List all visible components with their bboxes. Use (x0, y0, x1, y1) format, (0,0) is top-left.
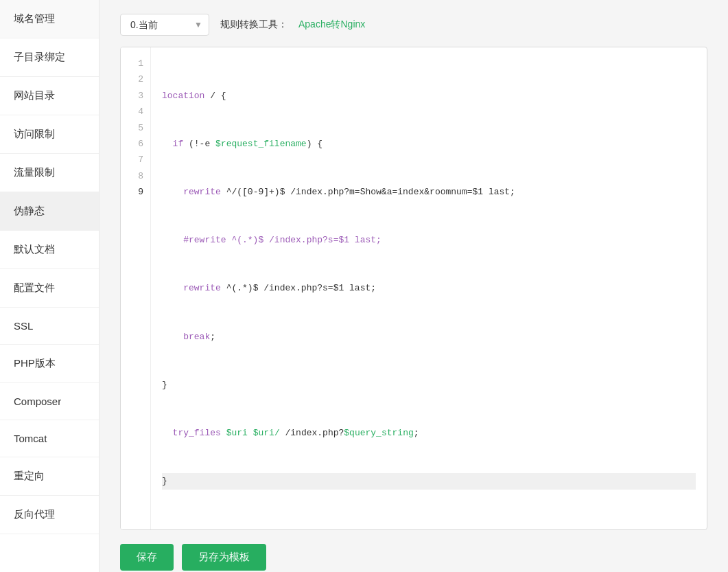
line-numbers: 1 2 3 4 5 6 7 8 9 (121, 47, 151, 529)
sidebar-item-redirect[interactable]: 重定向 (0, 457, 99, 496)
sidebar-item-config[interactable]: 配置文件 (0, 269, 99, 308)
rule-tool-label: 规则转换工具： (220, 19, 287, 31)
code-line-6: break; (162, 329, 696, 345)
sidebar-item-subdir[interactable]: 子目录绑定 (0, 38, 99, 77)
sidebar-item-default-doc[interactable]: 默认文档 (0, 231, 99, 269)
code-content: 1 2 3 4 5 6 7 8 9 location / { if (!-e $… (121, 47, 707, 529)
code-line-1: location / { (162, 88, 696, 104)
code-line-5: rewrite ^(.*)$ /index.php?s=$1 last; (162, 280, 696, 296)
line-num-3: 3 (121, 88, 150, 104)
sidebar-item-tomcat[interactable]: Tomcat (0, 420, 99, 457)
sidebar-item-ssl[interactable]: SSL (0, 308, 99, 345)
code-area[interactable]: location / { if (!-e $request_filename) … (151, 47, 707, 529)
version-select-wrapper[interactable]: 0.当前 ▼ (120, 14, 209, 36)
code-line-7: } (162, 377, 696, 393)
action-buttons: 保存 另存为模板 (120, 544, 707, 571)
line-num-9: 9 (121, 184, 150, 200)
version-select[interactable]: 0.当前 (120, 14, 209, 36)
line-num-6: 6 (121, 136, 150, 152)
sidebar-item-domain[interactable]: 域名管理 (0, 0, 99, 38)
sidebar-item-traffic[interactable]: 流量限制 (0, 154, 99, 192)
save-template-button[interactable]: 另存为模板 (182, 544, 266, 571)
sidebar-item-pseudo[interactable]: 伪静态 (0, 192, 99, 231)
main-content: 0.当前 ▼ 规则转换工具： Apache转Nginx 1 2 3 4 5 6 … (99, 0, 728, 572)
sidebar-item-sitedir[interactable]: 网站目录 (0, 77, 99, 115)
sidebar-item-access[interactable]: 访问限制 (0, 115, 99, 154)
code-editor: 1 2 3 4 5 6 7 8 9 location / { if (!-e $… (120, 47, 707, 530)
code-line-2: if (!-e $request_filename) { (162, 136, 696, 152)
sidebar-item-composer[interactable]: Composer (0, 383, 99, 420)
code-line-8: try_files $uri $uri/ /index.php?$query_s… (162, 425, 696, 441)
sidebar: 域名管理子目录绑定网站目录访问限制流量限制伪静态默认文档配置文件SSLPHP版本… (0, 0, 99, 572)
code-line-3: rewrite ^/([0-9]+)$ /index.php?m=Show&a=… (162, 184, 696, 200)
sidebar-item-proxy[interactable]: 反向代理 (0, 496, 99, 534)
line-num-4: 4 (121, 104, 150, 119)
code-line-9: } (162, 473, 696, 489)
code-line-4: #rewrite ^(.*)$ /index.php?s=$1 last; (162, 232, 696, 248)
line-num-5: 5 (121, 120, 150, 136)
save-button[interactable]: 保存 (120, 544, 174, 571)
line-num-2: 2 (121, 71, 150, 87)
line-num-1: 1 (121, 56, 150, 71)
line-num-7: 7 (121, 152, 150, 168)
rule-tool-link[interactable]: Apache转Nginx (298, 19, 365, 31)
toolbar-row: 0.当前 ▼ 规则转换工具： Apache转Nginx (120, 14, 707, 36)
sidebar-item-php[interactable]: PHP版本 (0, 345, 99, 383)
line-num-8: 8 (121, 168, 150, 184)
